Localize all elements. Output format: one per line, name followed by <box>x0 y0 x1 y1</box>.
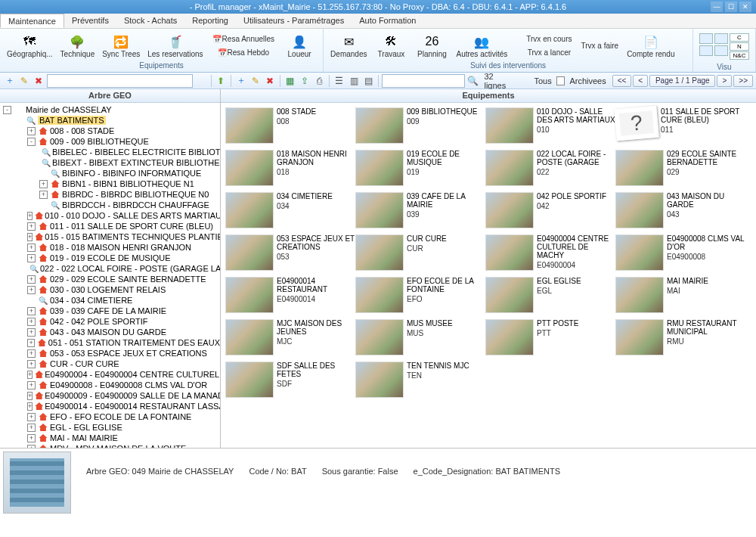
grid-search-input[interactable] <box>382 74 465 88</box>
visu-box2-0[interactable] <box>714 33 728 44</box>
expand-icon[interactable]: + <box>27 254 36 262</box>
expand-icon[interactable]: + <box>27 328 36 337</box>
expand-icon[interactable]: + <box>27 402 33 411</box>
visu-box2-1[interactable] <box>714 45 728 56</box>
expand-icon[interactable]: + <box>39 180 48 188</box>
menu-pr-ventifs[interactable]: Préventifs <box>64 14 116 28</box>
expand-icon[interactable]: + <box>27 381 36 390</box>
equipment-card[interactable]: 019 ECOLE DE MUSIQUE019 <box>355 150 485 186</box>
tree-node[interactable]: 🔍BIBELEC - BIBELEC ELECTRICITE BIBLIOTHE… <box>0 147 220 157</box>
ribbon-sync-trees[interactable]: 🔁Sync Trees <box>99 31 143 61</box>
expand-icon[interactable]: + <box>27 349 36 358</box>
ribbon-resa-hebdo[interactable]: 📅Resa Hebdo <box>208 47 279 59</box>
expand-icon[interactable]: + <box>27 212 33 220</box>
ribbon-g-ographiq-[interactable]: 🗺Géographiq... <box>4 31 56 61</box>
tree-node[interactable]: +053 - 053 ESPACE JEUX ET CREATIONS <box>0 348 220 359</box>
tree-node[interactable]: +MDV - MDV MAISON DE LA VOUTE <box>0 443 220 448</box>
expand-icon[interactable]: + <box>27 371 33 379</box>
filter-tous[interactable]: Tous <box>531 76 554 85</box>
equipment-card[interactable]: 022 LOCAL FOIRE - POSTE (GARAGE022 <box>485 150 615 186</box>
tree-node[interactable]: +015 - 015 BATIMENTS TECHNIQUES PLANTIER… <box>0 231 220 242</box>
tree-node[interactable]: +E04900014 - E04900014 RESTAURANT LASSAU… <box>0 401 220 411</box>
equipment-card[interactable]: 042 POLE SPORTIF042 <box>485 192 615 228</box>
delete-icon[interactable]: ✖ <box>33 74 45 88</box>
menu-stock-achats[interactable]: Stock - Achats <box>116 14 184 28</box>
tree-node[interactable]: +039 - 039 CAFE DE LA MAIRIE <box>0 306 220 316</box>
delete2-icon[interactable]: ✖ <box>264 74 277 88</box>
tree-node[interactable]: +042 - 042 POLE SPORTIF <box>0 316 220 327</box>
ribbon-planning[interactable]: 26Planning <box>412 31 451 61</box>
equipment-card[interactable]: 009 BIBLIOTHEQUE009 <box>355 107 485 144</box>
page-first[interactable]: << <box>612 75 632 87</box>
equipment-card[interactable]: CUR CURECUR <box>355 234 485 271</box>
tree-node[interactable]: +BIBRDC - BIBRDC BIBLIOTHEQUE N0 <box>0 189 220 200</box>
ribbon-les-reservations[interactable]: 🥤Les reservations <box>144 31 206 61</box>
ribbon-autres-activit-s[interactable]: 👥Autres activités <box>453 31 510 61</box>
export-icon[interactable]: ⇪ <box>298 74 311 88</box>
expand-icon[interactable]: + <box>39 191 48 199</box>
menu-utilisateurs-param-trages[interactable]: Utilisateurs - Paramétrages <box>236 14 352 28</box>
tree-node[interactable]: +011 - 011 SALLE DE SPORT CURE (BLEU) <box>0 221 220 231</box>
expand-icon[interactable]: + <box>27 318 36 326</box>
expand-icon[interactable]: + <box>27 413 36 421</box>
equipment-card[interactable]: EFO ECOLE DE LA FONTAINEEFO <box>355 277 485 313</box>
tree-node[interactable]: +EFO - EFO ECOLE DE LA FONTAINE <box>0 411 220 422</box>
tree-node[interactable]: 🔍034 - 034 CIMETIERE <box>0 295 220 306</box>
tree-search-input[interactable] <box>47 74 193 88</box>
view-detail-icon[interactable]: ▤ <box>362 74 375 88</box>
ribbon-resa-annuelles[interactable]: 📅Resa Annuelles <box>208 33 279 45</box>
equipment-card[interactable]: EGL EGLISEEGL <box>485 277 615 313</box>
page-last[interactable]: >> <box>733 75 753 87</box>
tree-node[interactable]: +018 - 018 MAISON HENRI GRANJON <box>0 242 220 253</box>
edit-icon[interactable]: ✎ <box>17 74 30 88</box>
tree-node[interactable]: +CUR - CUR CURE <box>0 359 220 369</box>
page-next[interactable]: > <box>717 75 732 87</box>
page-prev[interactable]: < <box>633 75 648 87</box>
tree-node[interactable]: -009 - 009 BIBLIOTHEQUE <box>0 136 220 147</box>
equipment-card[interactable]: MAI MAIRIEMAI <box>615 277 745 313</box>
tree-node[interactable]: +BIBN1 - BIBN1 BIBLIOTHEQUE N1 <box>0 178 220 189</box>
ribbon-trvx-a-faire[interactable]: Trvx a faire <box>577 40 622 52</box>
edit2-icon[interactable]: ✎ <box>249 74 262 88</box>
equipment-card[interactable]: MUS MUSEEMUS <box>355 319 485 355</box>
excel-icon[interactable]: ▦ <box>284 74 296 88</box>
visu-N[interactable]: N <box>730 42 749 51</box>
ribbon-technique[interactable]: 🌳Technique <box>57 31 98 61</box>
expand-icon[interactable]: + <box>27 222 36 231</box>
equipment-card[interactable]: RMU RESTAURANT MUNICIPALRMU <box>615 319 745 355</box>
ribbon-trvx-en-cours[interactable]: Trvx en cours <box>512 33 575 45</box>
expand-icon[interactable]: + <box>27 286 36 294</box>
equipment-card[interactable]: 039 CAFE DE LA MAIRIE039 <box>355 192 485 228</box>
tree-node[interactable]: 🔍BIBEXT - BIBEXT EXTINCTEUR BIBLIOTHEQUE <box>0 157 220 168</box>
equipment-card[interactable]: 008 STADE008 <box>225 107 355 144</box>
equipment-card[interactable]: 034 CIMETIERE034 <box>225 192 355 228</box>
tree-node[interactable]: 🔍BAT BATIMENTS <box>0 115 220 126</box>
menu-reporting[interactable]: Reporting <box>184 14 236 28</box>
equipment-card[interactable]: SDF SALLE DES FETESSDF <box>225 362 355 398</box>
ribbon-compte-rendu[interactable]: 📄Compte rendu <box>624 31 677 61</box>
expand-icon[interactable]: + <box>27 244 36 252</box>
tree-node[interactable]: +E04900009 - E04900009 SALLE DE LA MANAD… <box>0 390 220 401</box>
equipment-card[interactable]: 043 MAISON DU GARDE043 <box>615 192 745 228</box>
close-button[interactable]: ✕ <box>739 2 751 12</box>
search-icon[interactable]: 🔍 <box>466 74 479 88</box>
tree-node[interactable]: +051 - 051 STATION TRAITEMENT DES EAUX <box>0 337 220 348</box>
equipment-card[interactable]: 053 ESPACE JEUX ET CREATIONS053 <box>225 234 355 271</box>
view-list-icon[interactable]: ☰ <box>333 74 345 88</box>
tree-node[interactable]: +030 - 030 LOGEMENT RELAIS <box>0 284 220 295</box>
menu-maintenance[interactable]: Maintenance <box>0 14 64 28</box>
expand-icon[interactable]: + <box>27 339 35 347</box>
add2-icon[interactable]: ＋ <box>234 74 247 88</box>
expand-icon[interactable]: + <box>27 360 36 368</box>
expand-icon[interactable]: - <box>27 138 36 146</box>
minimize-button[interactable]: — <box>711 2 723 12</box>
expand-icon[interactable]: + <box>27 392 33 400</box>
expand-icon[interactable]: + <box>27 127 36 135</box>
visu-box-1[interactable] <box>699 45 713 56</box>
expand-icon[interactable]: + <box>27 233 33 241</box>
tree-node[interactable]: +019 - 019 ECOLE DE MUSIQUE <box>0 253 220 263</box>
equipment-card[interactable]: E04900004 CENTRE CULTUREL DE MACHYE04900… <box>485 234 615 271</box>
expand-icon[interactable]: + <box>27 275 36 284</box>
tree-node[interactable]: +010 - 010 DOJO - SALLE DES ARTS MARTIAU… <box>0 210 220 221</box>
tree-node[interactable]: 🔍BIBRDCCH - BIBRDCCH CHAUFFAGE <box>0 200 220 210</box>
